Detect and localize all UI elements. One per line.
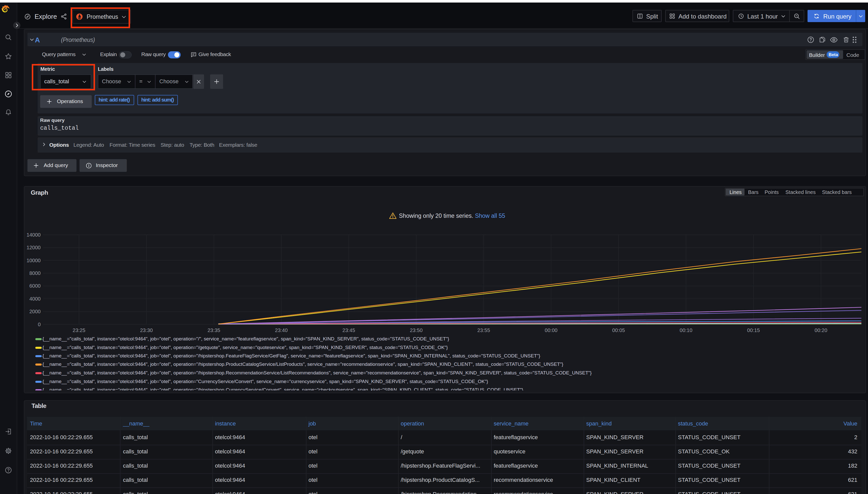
- svg-text:2000: 2000: [30, 309, 41, 314]
- svg-text:00:10: 00:10: [680, 327, 692, 333]
- svg-text:00:00: 00:00: [545, 327, 558, 333]
- svg-text:0: 0: [38, 322, 41, 327]
- svg-text:8000: 8000: [30, 270, 41, 276]
- svg-text:23:40: 23:40: [275, 327, 288, 333]
- svg-text:23:30: 23:30: [140, 327, 153, 333]
- svg-text:00:05: 00:05: [612, 327, 625, 333]
- svg-text:23:25: 23:25: [73, 327, 85, 333]
- svg-text:12000: 12000: [26, 245, 41, 250]
- svg-text:14000: 14000: [26, 232, 41, 238]
- svg-text:00:20: 00:20: [815, 327, 827, 333]
- svg-text:23:45: 23:45: [343, 327, 355, 333]
- svg-text:23:55: 23:55: [477, 327, 490, 333]
- svg-text:4000: 4000: [30, 296, 41, 302]
- svg-text:23:50: 23:50: [410, 327, 422, 333]
- svg-text:10000: 10000: [26, 258, 41, 263]
- svg-text:23:35: 23:35: [207, 327, 220, 333]
- svg-text:00:15: 00:15: [747, 327, 760, 333]
- svg-text:6000: 6000: [30, 283, 41, 289]
